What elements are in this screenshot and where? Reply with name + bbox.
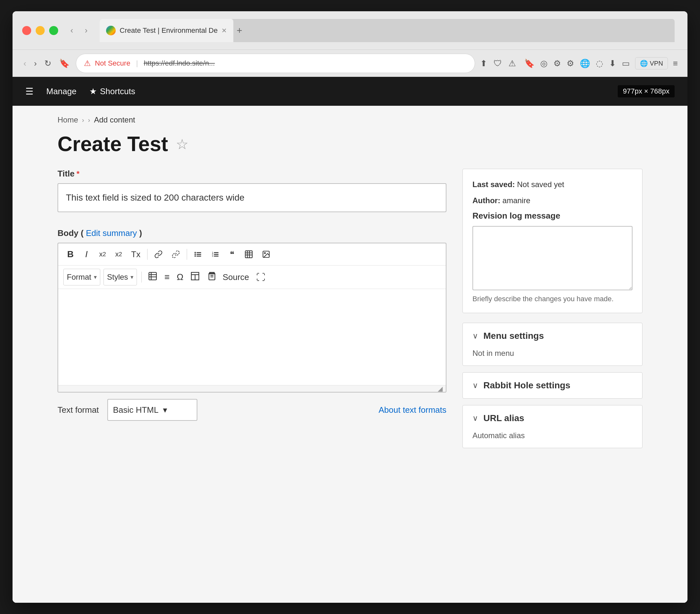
italic-button[interactable]: I [79,247,93,261]
form-sidebar: Last saved: Not saved yet Author: amanir… [462,169,642,455]
editor-resize-handle[interactable]: ◢ [58,385,446,392]
breadcrumb-sep-2: › [88,116,90,124]
close-button[interactable] [22,26,31,35]
bold-button[interactable]: B [63,247,77,261]
ext-icon-3[interactable]: ⚙ [553,59,561,69]
url-alias-title: URL alias [483,413,524,423]
shortcuts-link[interactable]: ★ Shortcuts [89,86,135,96]
superscript-button[interactable]: x2 [96,247,110,261]
ext-icon-8[interactable]: ▭ [622,59,630,69]
url-alias-value: Automatic alias [473,431,525,440]
page-title: Create Test [58,132,168,156]
table-icon-button[interactable] [146,270,159,285]
menu-settings-accordion[interactable]: ∨ Menu settings Not in menu [462,323,642,366]
remove-format-button[interactable]: Tx [128,247,144,261]
editor-body[interactable] [58,289,446,385]
toolbar-separator-3 [141,272,142,283]
menu-settings-body: Not in menu [463,349,642,366]
svg-rect-6 [214,253,218,253]
url-display: https://edf.lndo.site/n... [143,59,215,67]
source-button[interactable]: Source [221,270,251,284]
url-alias-header[interactable]: ∨ URL alias [463,405,642,431]
vpn-button[interactable]: 🌐 VPN [635,57,668,70]
ext-icon-4[interactable]: ⚙ [567,59,574,69]
hamburger-menu-icon[interactable]: ☰ [25,86,34,97]
favorite-star-icon[interactable]: ☆ [176,136,188,152]
shield-icon[interactable]: 🛡 [493,59,502,69]
manage-link[interactable]: Manage [46,86,76,96]
revision-textarea[interactable] [473,226,633,290]
table-button[interactable] [241,247,257,261]
rabbit-hole-accordion[interactable]: ∨ Rabbit Hole settings [462,372,642,398]
svg-rect-8 [214,256,218,257]
share-icon[interactable]: ⬆ [480,59,487,69]
forward-button[interactable]: › [82,24,90,37]
format-select[interactable]: Format ▾ [63,269,100,285]
bullet-list-button[interactable] [190,247,206,261]
title-input[interactable] [58,183,447,212]
breadcrumb: Home › › Add content [13,106,687,127]
revision-hint: Briefly describe the changes you have ma… [473,295,633,303]
ext-icon-2[interactable]: ◎ [540,59,548,69]
unlink-button[interactable] [168,247,184,261]
omega-button[interactable]: Ω [175,270,186,284]
traffic-lights [22,26,58,35]
fullscreen-button[interactable] [49,26,58,35]
styles-select[interactable]: Styles ▾ [103,269,137,285]
svg-point-18 [264,253,265,254]
menu-button[interactable]: ≡ [673,59,678,69]
svg-rect-19 [149,272,157,280]
link-button[interactable] [151,247,166,261]
svg-rect-1 [197,254,201,255]
subscript-button[interactable]: x2 [112,247,126,261]
alert-icon[interactable]: ⚠ [509,59,516,69]
fullscreen-editor-button[interactable]: ⛶ [254,270,267,284]
body-field-group: Body ( Edit summary ) B I x2 x2 [58,228,447,421]
body-label: Body ( Edit summary ) [58,228,447,238]
paste-button[interactable] [205,270,217,285]
edit-summary-link[interactable]: Edit summary [86,228,137,238]
nav-reload-button[interactable]: ↻ [43,57,53,70]
editor-toolbar-row1: B I x2 x2 Tx [58,243,446,266]
menu-settings-value: Not in menu [473,349,514,357]
address-bar[interactable]: ⚠ Not Secure | https://edf.lndo.site/n..… [76,54,475,73]
body-editor: B I x2 x2 Tx [58,243,447,393]
warning-icon: ⚠ [84,59,91,68]
breadcrumb-home[interactable]: Home [58,115,78,124]
about-text-formats-link[interactable]: About text formats [379,405,447,415]
cms-toolbar: ☰ Manage ★ Shortcuts 977px × 768px [13,77,687,106]
text-format-row: Text format Basic HTML ▾ About text form… [58,399,447,421]
save-info-panel: Last saved: Not saved yet Author: amanir… [462,169,642,313]
ext-icon-1[interactable]: 🔖 [524,59,535,69]
url-alias-accordion[interactable]: ∨ URL alias Automatic alias [462,405,642,448]
text-format-select[interactable]: Basic HTML ▾ [107,399,197,421]
ext-icon-6[interactable]: ◌ [596,59,603,69]
svg-point-5 [195,255,196,257]
template-button[interactable] [189,270,201,285]
vpn-icon: 🌐 [640,60,648,67]
numbered-list-button[interactable]: 123 [208,247,223,261]
active-tab[interactable]: Create Test | Environmental De ✕ [100,19,233,42]
minimize-button[interactable] [36,26,45,35]
blockquote-button[interactable]: ❝ [225,247,239,261]
author-row: Author: amanire [473,195,633,206]
tab-close-button[interactable]: ✕ [222,27,227,34]
nav-back-button[interactable]: ‹ [22,57,28,70]
ext-icon-7[interactable]: ⬇ [609,59,616,69]
bookmark-button[interactable]: 🔖 [58,57,71,70]
address-bar-row: ‹ › ↻ 🔖 ⚠ Not Secure | https://edf.lndo.… [13,50,687,77]
save-info-body: Last saved: Not saved yet Author: amanir… [463,169,642,313]
new-tab-button[interactable]: + [237,25,242,36]
svg-rect-2 [197,256,201,257]
rabbit-hole-header[interactable]: ∨ Rabbit Hole settings [463,372,642,398]
media-button[interactable] [259,247,274,261]
nav-forward-button[interactable]: › [33,57,38,70]
align-button[interactable]: ≡ [162,270,171,284]
tab-title: Create Test | Environmental De [120,26,217,35]
back-button[interactable]: ‹ [68,24,76,37]
menu-settings-header[interactable]: ∨ Menu settings [463,323,642,349]
ext-icon-5[interactable]: 🌐 [580,59,590,69]
breadcrumb-add-content: Add content [94,115,135,124]
resize-icon: ◢ [438,385,442,393]
tab-favicon [106,26,116,35]
